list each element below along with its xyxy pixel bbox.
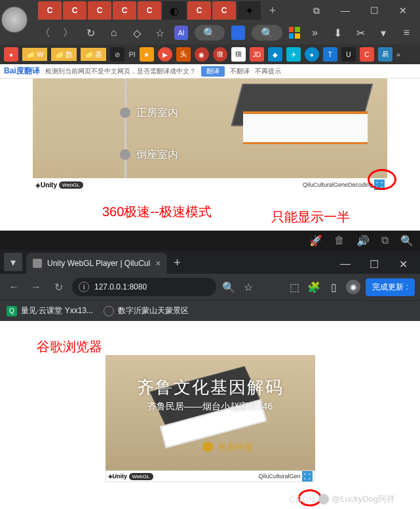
bookmark-more[interactable]: »: [396, 50, 400, 58]
rocket-icon[interactable]: 🚀: [309, 235, 322, 247]
site-info-icon[interactable]: i: [79, 282, 89, 292]
menu-icon[interactable]: ≡: [398, 24, 415, 41]
browser-tab[interactable]: C: [212, 1, 236, 20]
unity-canvas[interactable]: 齐鲁文化基因解码 齐鲁民居——烟台小赵家村146 民居外观: [105, 355, 315, 470]
annotation-text: 只能显示一半: [271, 208, 350, 226]
fullscreen-icon[interactable]: ⛶: [374, 179, 385, 190]
fullscreen-icon[interactable]: ⛶: [302, 471, 313, 481]
minimize-icon[interactable]: —: [331, 254, 360, 274]
star-icon[interactable]: ☆: [241, 280, 256, 294]
download-icon[interactable]: ⬇: [330, 24, 346, 41]
trash-icon[interactable]: 🗑: [334, 235, 345, 246]
browser-tab[interactable]: C: [63, 1, 86, 20]
baidu-icon[interactable]: [231, 26, 245, 40]
home-icon[interactable]: ⌂: [105, 24, 122, 41]
browser-tab-active[interactable]: ✦: [237, 1, 261, 20]
update-button[interactable]: 完成更新 :: [366, 278, 415, 296]
bookmark-folder[interactable]: 📁数: [51, 48, 77, 61]
back-icon[interactable]: ←: [5, 281, 22, 293]
close-icon[interactable]: ✕: [389, 254, 417, 274]
unity-canvas[interactable]: 正房室内 倒座室内: [33, 79, 387, 178]
browser-tab[interactable]: C: [88, 1, 111, 20]
chrome-tab[interactable]: Unity WebGL Player | QiluCul ×: [26, 253, 167, 274]
dropdown-icon[interactable]: ▾: [375, 24, 392, 41]
hotspot-label[interactable]: 民居外观: [218, 442, 252, 453]
bookmark-icon[interactable]: ◆: [268, 47, 282, 62]
volume-icon[interactable]: 🔊: [356, 235, 370, 247]
bookmark-folder[interactable]: 📁W: [22, 48, 47, 61]
unity-footer: ◈ Unity WebGL QiluCulturalGen ⛶: [105, 470, 315, 482]
bookmark-icon[interactable]: 微: [213, 47, 227, 62]
extension-icon[interactable]: ⬚: [287, 280, 301, 294]
bookmark-bar: ● 📁W 📁数 📁基 ⊘ PI ★ ▶ 头 ◉ 微 猫 JD ◆ ✈ ● T U…: [0, 45, 420, 64]
timeline-dot[interactable]: [120, 107, 130, 118]
timeline-dot[interactable]: [120, 149, 130, 160]
globe-icon: [104, 306, 114, 316]
bookmark-icon[interactable]: 头: [176, 47, 191, 62]
bookmark-icon[interactable]: T: [323, 47, 337, 62]
translate-bar: Bai度翻译 检测到当前网页不是中文网页，是否需翻译成中文？ 翻译 不翻译 不再…: [0, 64, 420, 79]
translate-button[interactable]: 翻译: [201, 66, 225, 77]
new-tab-button[interactable]: +: [174, 256, 181, 270]
hotspot-dot[interactable]: [202, 442, 213, 452]
tab-search-icon[interactable]: ▾: [4, 253, 22, 271]
bookmark-item[interactable]: Q 量见·云课堂 Yxx13...: [7, 305, 93, 316]
bookmark-icon[interactable]: ▶: [158, 47, 172, 62]
minimize-icon[interactable]: —: [331, 1, 360, 20]
annotation-text: 360极速--极速模式: [102, 203, 212, 221]
annotation-text: 谷歌浏览器: [37, 338, 102, 356]
bookmark-icon[interactable]: JD: [250, 47, 264, 62]
browser-tab[interactable]: C: [187, 1, 211, 20]
browser-tab[interactable]: C: [138, 1, 161, 20]
shield-icon[interactable]: ◇: [128, 24, 145, 41]
apps-icon[interactable]: [289, 27, 300, 39]
no-translate-link[interactable]: 不翻译: [230, 67, 250, 76]
search-icon[interactable]: 🔍: [400, 235, 413, 247]
never-prompt-link[interactable]: 不再提示: [255, 67, 281, 76]
browser-tab[interactable]: ◐: [162, 1, 186, 20]
translate-detect-text: 检测到当前网页不是中文网页，是否需翻译成中文？: [45, 67, 196, 76]
bookmark-icon[interactable]: U: [341, 47, 356, 62]
tab-close-icon[interactable]: ×: [155, 258, 161, 269]
bookmark-icon[interactable]: 易: [378, 47, 392, 62]
maximize-icon[interactable]: ☐: [360, 254, 389, 274]
bookmark-icon[interactable]: ✈: [286, 47, 301, 62]
watermark-avatar-icon: [318, 494, 329, 504]
bookmark-label[interactable]: PI: [128, 50, 135, 58]
bookmark-icon[interactable]: ⊘: [110, 47, 124, 62]
address-bar[interactable]: i 127.0.0.1:8080: [72, 278, 216, 296]
reader-icon[interactable]: ▯: [326, 280, 341, 294]
timeline-label[interactable]: 倒座室内: [136, 148, 178, 162]
search-icon[interactable]: 🔍: [221, 280, 236, 294]
bookmark-icon[interactable]: ●: [4, 47, 18, 62]
reload-icon[interactable]: ↻: [83, 24, 99, 41]
bookmark-icon[interactable]: ●: [305, 47, 319, 62]
browser-tab[interactable]: C: [38, 1, 62, 20]
profile-avatar[interactable]: [1, 7, 28, 33]
scissors-icon[interactable]: ✂: [353, 24, 369, 41]
more-icon[interactable]: »: [307, 24, 323, 41]
bookmark-icon[interactable]: ★: [140, 47, 154, 62]
ai-icon[interactable]: AI: [174, 26, 188, 40]
maximize-icon[interactable]: ☐: [360, 1, 389, 20]
timeline-label[interactable]: 正房室内: [136, 106, 178, 120]
star-icon[interactable]: ☆: [151, 24, 168, 41]
bookmark-icon[interactable]: C: [360, 47, 374, 62]
close-icon[interactable]: ✕: [389, 1, 417, 20]
reload-icon[interactable]: ↻: [50, 281, 67, 293]
new-tab-button[interactable]: +: [263, 1, 282, 20]
bookmark-folder[interactable]: 📁基: [81, 48, 106, 61]
browser-tab[interactable]: C: [113, 1, 136, 20]
extensions-icon[interactable]: 🧩: [307, 280, 321, 294]
bookmark-icon[interactable]: 猫: [231, 47, 246, 62]
bookmark-icon[interactable]: ◉: [195, 47, 209, 62]
forward-icon[interactable]: →: [28, 281, 45, 293]
search-box[interactable]: 🔍: [195, 25, 225, 41]
profile-icon[interactable]: ◉: [346, 280, 360, 294]
back-icon[interactable]: 〈: [37, 24, 53, 41]
tile-icon[interactable]: ⧉: [381, 235, 389, 246]
tile-icon[interactable]: ⧉: [302, 1, 331, 20]
bookmark-item[interactable]: 数字沂蒙山天蒙景区: [104, 305, 189, 316]
url-box[interactable]: 🔍: [252, 25, 282, 41]
forward-icon[interactable]: 〉: [60, 24, 76, 41]
